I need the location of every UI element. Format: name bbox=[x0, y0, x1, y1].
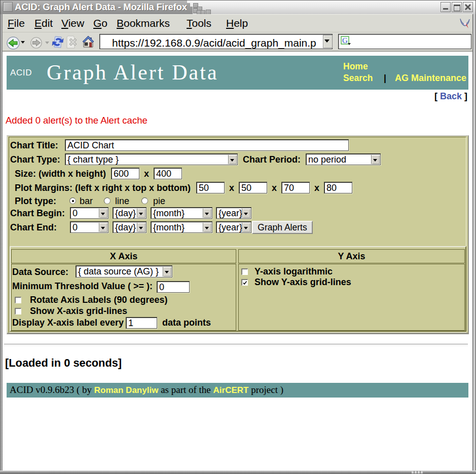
svg-text:G: G bbox=[342, 36, 348, 45]
